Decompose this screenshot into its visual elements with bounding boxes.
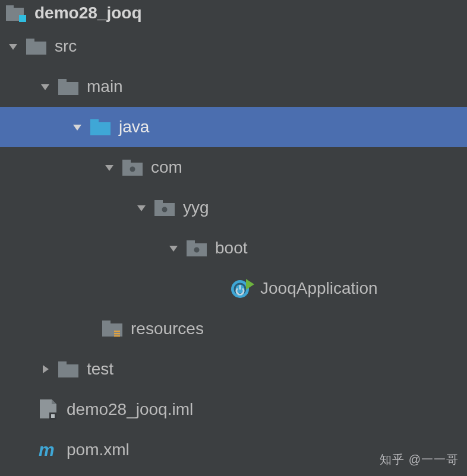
svg-rect-5 [58, 82, 78, 95]
chevron-down-icon [134, 201, 149, 215]
resources-folder-icon [102, 319, 122, 339]
svg-rect-26 [58, 364, 78, 377]
tree-row-yyg[interactable]: yyg [0, 188, 467, 228]
folder-icon [58, 77, 78, 97]
svg-rect-4 [26, 39, 34, 43]
project-tree: demo28_jooq src main [0, 0, 467, 470]
svg-point-17 [194, 247, 200, 253]
tree-row-com[interactable]: com [0, 147, 467, 188]
tree-label: src [55, 38, 77, 55]
svg-rect-2 [19, 15, 26, 22]
tree-row-root[interactable]: demo28_jooq [0, 0, 467, 26]
chevron-down-icon [166, 241, 181, 255]
svg-rect-6 [58, 79, 67, 83]
tree-label: resources [131, 320, 204, 337]
svg-text:m: m [39, 440, 55, 459]
tree-row-java[interactable]: java [0, 107, 467, 147]
tree-label: demo28_jooq [34, 5, 141, 21]
svg-rect-7 [90, 122, 111, 135]
svg-rect-20 [239, 285, 241, 290]
tree-label: java [119, 119, 149, 135]
tree-row-boot[interactable]: boot [0, 228, 467, 268]
iml-file-icon [38, 399, 58, 420]
svg-rect-23 [114, 331, 120, 332]
folder-icon [26, 36, 46, 56]
svg-rect-8 [90, 119, 99, 123]
svg-rect-29 [51, 414, 55, 418]
svg-point-11 [130, 167, 135, 172]
svg-rect-27 [58, 361, 67, 366]
tree-label: JooqApplication [260, 280, 378, 297]
package-icon [187, 238, 207, 258]
svg-rect-21 [102, 323, 122, 337]
maven-file-icon: m [38, 440, 58, 460]
chevron-down-icon [38, 80, 52, 94]
tree-label: boot [215, 240, 248, 256]
tree-row-resources[interactable]: resources [0, 309, 467, 349]
package-icon [122, 157, 143, 177]
folder-icon [58, 359, 78, 379]
svg-rect-22 [102, 320, 111, 325]
chevron-down-icon [6, 39, 20, 53]
chevron-down-icon [102, 160, 116, 174]
tree-row-iml[interactable]: demo28_jooq.iml [0, 389, 467, 430]
tree-label: com [151, 159, 182, 176]
svg-rect-3 [26, 42, 46, 55]
tree-label: main [87, 78, 123, 95]
tree-label: test [87, 361, 113, 377]
package-icon [154, 198, 175, 218]
tree-row-test[interactable]: test [0, 349, 467, 389]
svg-rect-1 [6, 5, 14, 9]
svg-rect-10 [122, 160, 131, 164]
tree-row-application[interactable]: JooqApplication [0, 268, 467, 309]
svg-point-14 [162, 207, 168, 212]
tree-label: pom.xml [67, 442, 130, 458]
spring-boot-run-icon [231, 278, 254, 299]
tree-row-main[interactable]: main [0, 66, 467, 107]
tree-label: demo28_jooq.iml [67, 401, 193, 418]
module-icon [6, 3, 26, 23]
tree-row-src[interactable]: src [0, 26, 467, 66]
chevron-right-icon [38, 362, 52, 376]
watermark: 知乎 @一一哥 [380, 452, 459, 468]
svg-rect-24 [114, 333, 120, 334]
svg-rect-13 [154, 200, 163, 204]
chevron-down-icon [70, 120, 84, 134]
svg-rect-25 [114, 335, 120, 337]
svg-rect-16 [187, 240, 195, 245]
source-folder-icon [90, 117, 111, 137]
tree-label: yyg [183, 199, 209, 216]
